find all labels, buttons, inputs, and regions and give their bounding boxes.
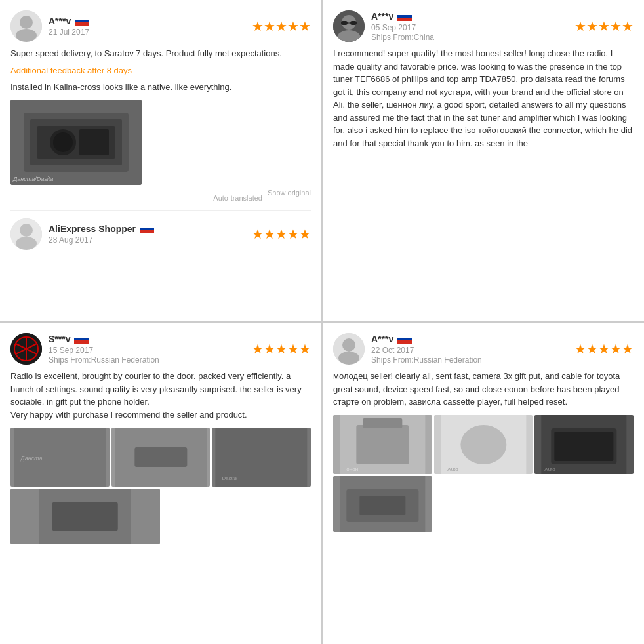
next-review-header: AliExpress Shopper 28 Aug 2017 ★★★★★ — [10, 218, 311, 250]
review-header-3: S***v 15 Sep 2017 Ships From:Russian Fed… — [10, 333, 311, 365]
svg-rect-17 — [140, 228, 154, 230]
svg-rect-35 — [74, 340, 89, 344]
review-text-2: I recommend! super quality! the most hon… — [333, 47, 634, 150]
review-img-4-1: онон — [333, 415, 432, 474]
username-3: S***v — [49, 334, 70, 344]
avatar-next — [10, 218, 42, 250]
svg-rect-22 — [341, 21, 348, 25]
svg-point-14 — [20, 224, 33, 237]
reviews-grid: A***v 21 Jul 2017 ★★★★★ Super speed deli… — [0, 0, 644, 644]
review-text-3: Radio is excellent, brought by courier t… — [10, 370, 311, 421]
date-next: 28 Aug 2017 — [49, 235, 252, 245]
svg-rect-16 — [140, 224, 154, 228]
svg-rect-47 — [397, 334, 412, 338]
review-img-3-2 — [111, 428, 211, 487]
stars-1: ★★★★★ — [252, 18, 311, 34]
svg-rect-5 — [75, 22, 89, 26]
username-4: A***v — [371, 334, 393, 344]
additional-text-1: Installed in Kalina-cross looks like a n… — [10, 81, 311, 94]
flag-3 — [74, 334, 89, 344]
svg-rect-39 — [134, 447, 187, 467]
svg-text:онон: онон — [346, 466, 358, 472]
username-next: AliExpress Shopper — [49, 224, 136, 234]
review-image-1: Данста/Dasita — [10, 100, 142, 185]
ships-from-3: Ships From:Russian Federation — [49, 355, 252, 365]
svg-point-15 — [16, 237, 37, 250]
review-images-4b — [333, 476, 634, 532]
svg-text:Auto: Auto — [447, 466, 458, 472]
review-images-3b — [10, 489, 311, 544]
show-original-btn[interactable]: Show original — [268, 189, 311, 202]
svg-rect-25 — [397, 12, 412, 15]
svg-text:Auto: Auto — [545, 466, 556, 472]
username-2: A***v — [371, 11, 393, 22]
review-card-3: S***v 15 Sep 2017 Ships From:Russian Fed… — [0, 323, 321, 644]
svg-rect-59 — [555, 432, 614, 461]
avatar-3 — [10, 333, 42, 365]
user-info-1: A***v 21 Jul 2017 — [49, 16, 252, 37]
review-img-3-empty — [162, 489, 312, 544]
review-card-1: A***v 21 Jul 2017 ★★★★★ Super speed deli… — [0, 0, 321, 321]
svg-rect-33 — [74, 334, 89, 338]
date-4: 22 Oct 2017 — [371, 346, 574, 355]
review-img-4-2: Auto — [434, 415, 533, 474]
svg-rect-52 — [363, 418, 402, 428]
review-img-4-3: Auto — [534, 415, 634, 474]
stars-3: ★★★★★ — [252, 341, 311, 357]
divider-1 — [10, 210, 311, 211]
stars-2: ★★★★★ — [574, 18, 634, 34]
svg-rect-26 — [397, 15, 412, 18]
user-info-3: S***v 15 Sep 2017 Ships From:Russian Fed… — [49, 334, 252, 365]
review-card-4: A***v 22 Oct 2017 Ships From:Russian Fed… — [323, 323, 644, 644]
svg-rect-48 — [397, 338, 412, 340]
svg-rect-27 — [397, 18, 412, 21]
user-info-4: A***v 22 Oct 2017 Ships From:Russian Fed… — [371, 334, 574, 365]
stars-4: ★★★★★ — [574, 341, 634, 357]
auto-translated-label: Auto-translated — [213, 194, 262, 202]
svg-point-2 — [16, 29, 37, 42]
review-text-4: молодец seller! clearly all, sent fast, … — [333, 370, 634, 409]
user-info-next: AliExpress Shopper 28 Aug 2017 — [49, 224, 252, 245]
review-img-3-4 — [10, 489, 160, 544]
svg-point-1 — [20, 16, 33, 29]
flag-4 — [397, 334, 412, 344]
review-images-4: онон Auto Auto — [333, 415, 634, 474]
review-text-1: Super speed delivery, to Saratov 7 days.… — [10, 47, 311, 60]
ships-from-2: Ships From:China — [371, 33, 574, 42]
svg-rect-4 — [75, 20, 89, 22]
translation-row: Auto-translated Show original — [10, 189, 311, 202]
avatar-4 — [333, 333, 365, 365]
svg-rect-12 — [79, 129, 109, 155]
review-header-4: A***v 22 Oct 2017 Ships From:Russian Fed… — [333, 333, 634, 365]
user-info-2: A***v 05 Sep 2017 Ships From:China — [371, 11, 574, 42]
review-img-3-3: Dasita — [212, 428, 311, 487]
svg-text:Данста: Данста — [20, 455, 42, 462]
review-card-2: A***v 05 Sep 2017 Ships From:China ★★★★★… — [323, 0, 644, 321]
svg-rect-51 — [356, 425, 409, 464]
svg-point-46 — [338, 352, 359, 365]
review-img-3-1: Данста — [10, 428, 110, 487]
date-3: 15 Sep 2017 — [49, 346, 252, 355]
review-header-2: A***v 05 Sep 2017 Ships From:China ★★★★★ — [333, 10, 634, 42]
flag-2 — [397, 12, 412, 21]
ships-from-4: Ships From:Russian Federation — [371, 355, 574, 365]
flag-next — [140, 224, 154, 233]
svg-rect-23 — [350, 21, 357, 25]
review-images-3: Данста Dasita — [10, 428, 311, 487]
review-img-4-4 — [333, 476, 432, 532]
svg-rect-3 — [75, 16, 89, 20]
stars-next: ★★★★★ — [252, 226, 311, 242]
additional-feedback-1: Additional feedback after 8 days — [10, 66, 311, 75]
svg-rect-18 — [140, 230, 154, 233]
svg-rect-34 — [74, 338, 89, 340]
svg-rect-43 — [52, 502, 118, 531]
avatar-2 — [333, 10, 365, 42]
flag-1 — [75, 16, 89, 26]
svg-text:Dasita: Dasita — [222, 475, 237, 481]
svg-rect-63 — [359, 496, 405, 515]
date-1: 21 Jul 2017 — [49, 28, 252, 37]
review-header-1: A***v 21 Jul 2017 ★★★★★ — [10, 10, 311, 42]
svg-point-11 — [53, 132, 73, 152]
svg-rect-49 — [397, 340, 412, 344]
date-2: 05 Sep 2017 — [371, 23, 574, 32]
